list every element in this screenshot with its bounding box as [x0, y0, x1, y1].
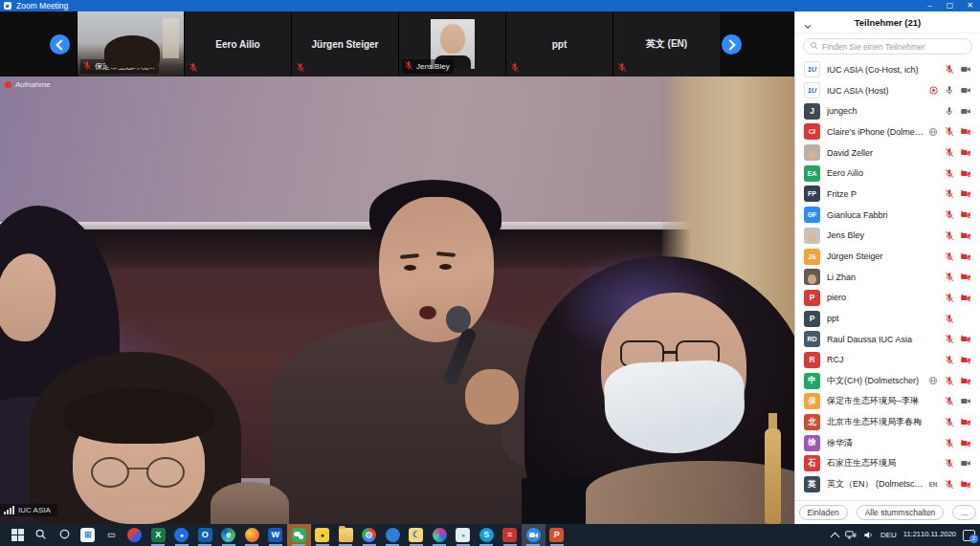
recording-dot-icon	[5, 81, 11, 88]
main-video[interactable]: Aufnahme IUC ASIA	[0, 76, 794, 524]
tile-mic-muted-icon	[617, 62, 627, 73]
foreground-head	[211, 482, 289, 524]
more-options-button[interactable]: ...	[952, 505, 976, 520]
network-icon[interactable]	[845, 530, 857, 540]
participant-name: Eero Ailio	[827, 168, 940, 178]
participant-row[interactable]: FPFritze P	[795, 184, 980, 205]
filmstrip-tile[interactable]: 英文 (EN)	[612, 11, 720, 76]
tile-mic-muted-icon	[82, 60, 92, 73]
participant-avatar: Cl	[804, 123, 820, 140]
participant-row[interactable]: Jjungech	[795, 100, 980, 121]
mute-all-button[interactable]: Alle stummschalten	[857, 505, 945, 520]
video-off-icon	[960, 417, 971, 428]
participant-name: 北京市生态环境局李春梅	[827, 416, 940, 428]
participant-row[interactable]: 保保定市生态环境局--李琳	[795, 391, 980, 412]
panel-footer: EinladenAlle stummschalten...	[795, 500, 980, 524]
participant-avatar: R	[804, 352, 820, 368]
participants-header: Teilnehmer (21)	[795, 11, 980, 33]
interpreter-globe-icon	[927, 375, 939, 386]
search-input[interactable]: Finden Sie einen Teilnehmer	[803, 38, 972, 55]
zoom-app-icon	[4, 2, 11, 10]
participant-row[interactable]: 1UIUC ASIA (Co-Host, ich)	[795, 59, 980, 80]
participant-name: piero	[827, 293, 940, 302]
participant-row[interactable]: JSJürgen Steiger	[795, 246, 980, 267]
tray-chevron-icon[interactable]	[832, 531, 838, 540]
start-button[interactable]	[6, 524, 30, 546]
outlook-icon[interactable]: O	[193, 524, 217, 546]
participant-row[interactable]: 石石家庄生态环境局	[795, 453, 980, 474]
participant-row[interactable]: Jens Bley	[795, 226, 980, 247]
participant-row[interactable]: 英英文（EN） (Dolmetscher)EN	[795, 474, 980, 495]
mic-icon	[944, 85, 955, 97]
mic-muted-icon	[944, 229, 955, 241]
participant-row[interactable]: David Zeller	[795, 142, 980, 164]
video-filmstrip: 保定市生态环境...Eero AilioJürgen SteigerJens B…	[0, 11, 794, 76]
participant-row[interactable]: 北北京市生态环境局李春梅	[795, 412, 980, 433]
speaking-man-hand	[465, 369, 519, 425]
wechat-icon[interactable]	[287, 524, 311, 546]
skype-icon[interactable]: S	[475, 524, 499, 546]
close-button[interactable]: ✕	[960, 0, 980, 11]
red-blue-app-icon[interactable]	[123, 524, 147, 546]
speaking-man-eye	[404, 265, 416, 271]
powerpoint-icon[interactable]: P	[546, 524, 569, 546]
chrome-icon[interactable]	[358, 524, 382, 546]
yellow-chat-icon[interactable]: ●	[311, 524, 335, 546]
language-indicator[interactable]: DEU	[880, 531, 897, 539]
participant-name: Claire's iPhone (Dolmetscher)	[827, 127, 924, 137]
maximize-button[interactable]: ▢	[940, 0, 960, 11]
filmstrip-tiles: 保定市生态环境...Eero AilioJürgen SteigerJens B…	[77, 11, 720, 76]
invite-button[interactable]: Einladen	[799, 505, 848, 520]
participant-row[interactable]: GFGianluca Fabbri	[795, 205, 980, 226]
participant-row[interactable]: 徐徐华清	[795, 432, 980, 453]
word-icon[interactable]: W	[264, 524, 288, 546]
video-off-icon	[960, 147, 971, 159]
notification-center-icon[interactable]: 2	[963, 530, 975, 541]
pdf-app-icon[interactable]: ≡	[499, 524, 523, 546]
participant-row[interactable]: RRCJ	[795, 350, 980, 371]
speaker-icon[interactable]	[863, 530, 874, 540]
filmstrip-tile[interactable]: Jens Bley	[398, 11, 505, 76]
participant-avatar	[804, 269, 820, 285]
participant-name: Jens Bley	[827, 230, 940, 240]
cloud-app-icon[interactable]	[381, 524, 405, 546]
participant-row[interactable]: RDRaul Daussa IUC Asia	[795, 329, 980, 350]
filmstrip-prev-button[interactable]	[50, 34, 70, 55]
participant-row[interactable]: Pppt	[795, 308, 980, 329]
participant-row[interactable]: ClClaire's iPhone (Dolmetscher)	[795, 121, 980, 142]
filmstrip-tile[interactable]: 保定市生态环境...	[77, 11, 184, 76]
whatsapp-icon[interactable]: ●	[452, 524, 476, 546]
empty-icon-slot	[960, 313, 971, 324]
zoom-icon[interactable]	[522, 524, 546, 546]
filmstrip-next-button[interactable]	[722, 34, 742, 55]
filmstrip-tile[interactable]: Jürgen Steiger	[291, 11, 398, 76]
meeting-app-icon[interactable]: ●	[170, 524, 194, 546]
participant-row[interactable]: Ppiero	[795, 288, 980, 309]
participant-row[interactable]: 1UIUC ASIA (Host)	[795, 80, 980, 101]
active-speaker-name: IUC ASIA	[18, 506, 51, 514]
excel-icon[interactable]: X	[146, 524, 170, 546]
filmstrip-tile[interactable]: ppt	[505, 11, 612, 76]
mic-muted-icon	[944, 437, 955, 448]
minimize-button[interactable]: –	[920, 0, 940, 11]
collapse-chevron-icon[interactable]	[803, 18, 813, 28]
participant-row[interactable]: EAEero Ailio	[795, 163, 980, 184]
firefox-icon[interactable]	[240, 524, 264, 546]
front-woman-bangs	[63, 388, 214, 444]
participant-name: IUC ASIA (Co-Host, ich)	[827, 65, 940, 75]
participant-list: 1UIUC ASIA (Co-Host, ich)1UIUC ASIA (Hos…	[795, 57, 980, 500]
clock[interactable]: 11:21 10.11.2020	[903, 531, 956, 539]
participant-row[interactable]: 中中文(CH) (Dolmetscher)	[795, 370, 980, 391]
notes-app-icon[interactable]: ☾	[405, 524, 429, 546]
participant-name: 英文（EN） (Dolmetscher)	[827, 478, 924, 491]
file-explorer-icon[interactable]	[334, 524, 358, 546]
store-icon[interactable]: ⊞	[77, 524, 100, 546]
cortana-icon[interactable]	[53, 524, 77, 546]
filmstrip-tile[interactable]: Eero Ailio	[184, 11, 291, 76]
edge-icon[interactable]: e	[217, 524, 241, 546]
search-button[interactable]	[30, 524, 54, 546]
system-app-icon[interactable]: ▭	[100, 524, 123, 546]
tile-mic-muted-icon	[510, 62, 520, 73]
participant-row[interactable]: Li Zhan	[795, 267, 980, 288]
planet-app-icon[interactable]	[428, 524, 452, 546]
